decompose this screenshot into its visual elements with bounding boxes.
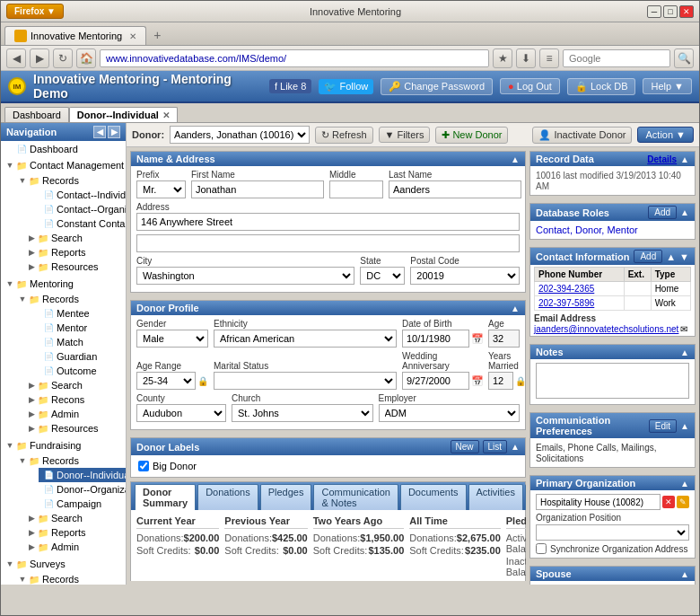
home-button[interactable]: 🏠 [76, 48, 96, 68]
sidebar-item-dashboard[interactable]: 📄 Dashboard [1, 142, 126, 156]
edit-comm-prefs-button[interactable]: Edit [649, 419, 677, 433]
tab-donor-individual[interactable]: Donor--Individual ✕ [69, 107, 178, 122]
sidebar-item-guardian[interactable]: 📄 Guardian [39, 349, 126, 364]
forward-button[interactable]: ▶ [30, 48, 49, 68]
sidebar-item-mentoring-reports[interactable]: ▶ 📁 Recons [13, 392, 126, 407]
age-range-select[interactable]: 25-34 [136, 372, 196, 390]
tab-relationships[interactable]: Relationships [525, 484, 526, 510]
reload-button[interactable]: ↻ [53, 48, 73, 68]
sidebar-item-mentoring-resources[interactable]: ▶ 📁 Resources [13, 421, 126, 436]
tab-documents[interactable]: Documents [400, 484, 467, 510]
dob-input[interactable] [402, 330, 469, 348]
sidebar-item-mentoring[interactable]: ▼ 📁 Mentoring [1, 277, 126, 291]
sidebar-item-surveys[interactable]: ▼ 📁 Surveys [1, 557, 126, 571]
tab-donations[interactable]: Donations [197, 484, 258, 510]
org-name-input[interactable] [536, 494, 661, 510]
lock-db-button[interactable]: 🔒 Lock DB [567, 78, 636, 95]
sidebar-item-match[interactable]: 📄 Match [39, 335, 126, 349]
twitter-follow-button[interactable]: 🐦 Follow [319, 79, 373, 94]
facebook-like-button[interactable]: f Like 8 [269, 79, 311, 93]
sidebar-item-constant-contact[interactable]: 📄 Constant Contact [39, 216, 126, 231]
add-role-button[interactable]: Add [648, 206, 677, 219]
sidebar-item-surveys-records[interactable]: ▼ 📁 Records [13, 572, 126, 585]
sidebar-item-contact-individual[interactable]: 📄 Contact--Individual [39, 188, 126, 202]
details-link[interactable]: Details [647, 154, 677, 164]
bookmark-button[interactable]: ★ [493, 48, 512, 68]
sidebar-item-cm-reports[interactable]: ▶ 📁 Reports [13, 245, 126, 260]
sidebar-item-cm-records[interactable]: ▼ 📁 Records [13, 173, 126, 188]
collapse-icon[interactable]: ▲ [511, 304, 520, 313]
collapse-icon[interactable]: ▲ [511, 442, 520, 452]
phone-number-2[interactable]: 202-397-5896 [538, 298, 594, 308]
sidebar-collapse-left[interactable]: ◀ [93, 126, 106, 138]
sidebar-item-contact-management[interactable]: ▼ 📁 Contact Management [1, 158, 126, 172]
sidebar-item-donor-individual[interactable]: 📄 Donor--Individual [39, 468, 126, 482]
sidebar-item-fundraising-search[interactable]: ▶ 📁 Search [13, 511, 126, 525]
sidebar-item-mentoring-search[interactable]: ▶ 📁 Search [13, 378, 126, 392]
sidebar-item-fundraising-reports[interactable]: ▶ 📁 Reports [13, 525, 126, 540]
collapse-icon[interactable]: ▲ [680, 348, 689, 357]
search-button[interactable]: 🔍 [674, 48, 694, 68]
collapse-icon[interactable]: ▲ [680, 154, 689, 164]
up-icon[interactable]: ▲ [666, 251, 676, 262]
refresh-button[interactable]: ↻ Refresh [315, 127, 373, 144]
middle-input[interactable] [329, 180, 383, 198]
download-button[interactable]: ⬇ [516, 48, 536, 68]
log-out-button[interactable]: ● Log Out [500, 78, 560, 94]
prefix-select[interactable]: Mr. [136, 180, 186, 198]
sidebar-item-mentoring-admin[interactable]: ▶ 📁 Admin [13, 407, 126, 421]
gender-select[interactable]: Male [136, 330, 208, 348]
postal-select[interactable]: 20019 [410, 267, 520, 285]
sidebar-item-fundraising[interactable]: ▼ 📁 Fundraising [1, 438, 126, 453]
maximize-button[interactable]: □ [663, 5, 678, 18]
tab-dashboard[interactable]: Dashboard [4, 107, 69, 122]
big-donor-checkbox[interactable] [138, 461, 149, 471]
close-button[interactable]: ✕ [679, 5, 694, 18]
labels-list-button[interactable]: List [483, 440, 508, 453]
email-value[interactable]: jaanders@innovatetechsolutions.net [534, 324, 678, 334]
inactivate-donor-button[interactable]: 👤 Inactivate Donor [532, 127, 632, 144]
browser-tab[interactable]: Innovative Mentoring ✕ [4, 26, 146, 45]
minimize-button[interactable]: ─ [647, 5, 661, 18]
calendar-icon[interactable]: 📅 [471, 333, 484, 345]
sync-org-address-checkbox[interactable] [536, 543, 547, 554]
url-bar[interactable] [100, 49, 489, 67]
help-button[interactable]: Help ▼ [643, 78, 692, 94]
sidebar-item-contact-org[interactable]: 📄 Contact--Organization [39, 202, 126, 216]
sidebar-collapse-right[interactable]: ▶ [108, 126, 120, 138]
sidebar-item-outcome[interactable]: 📄 Outcome [39, 364, 126, 378]
sidebar-item-donor-org[interactable]: 📄 Donor--Organization [39, 482, 126, 497]
phone-number-1[interactable]: 202-394-2365 [538, 284, 594, 294]
collapse-icon[interactable]: ▲ [680, 479, 689, 488]
firefox-button[interactable]: Firefox ▼ [6, 4, 64, 19]
sidebar-item-mentoring-records[interactable]: ▼ 📁 Records [13, 292, 126, 306]
tab-donor-summary[interactable]: Donor Summary [135, 484, 196, 510]
sidebar-item-fundraising-admin[interactable]: ▶ 📁 Admin [13, 540, 126, 554]
collapse-icon[interactable]: ▲ [680, 569, 689, 579]
menu-button[interactable]: ≡ [539, 48, 559, 68]
tab-activities[interactable]: Activities [468, 484, 523, 510]
notes-textarea[interactable] [536, 363, 689, 399]
tab-comm-notes[interactable]: Communication & Notes [313, 484, 398, 510]
sidebar-item-mentee[interactable]: 📄 Mentee [39, 306, 126, 321]
collapse-icon[interactable]: ▲ [680, 421, 689, 431]
city-select[interactable]: Washington [136, 267, 354, 285]
action-button[interactable]: Action ▼ [637, 127, 694, 143]
collapse-icon[interactable]: ▲ [511, 154, 520, 164]
change-password-button[interactable]: 🔑 Change Password [381, 78, 493, 95]
first-name-input[interactable] [191, 180, 324, 198]
tab-pledges[interactable]: Pledges [260, 484, 312, 510]
down-icon[interactable]: ▼ [679, 251, 689, 262]
org-position-select[interactable] [536, 524, 689, 541]
back-button[interactable]: ◀ [6, 48, 26, 68]
ethnicity-select[interactable]: African American [214, 330, 397, 348]
sidebar-item-cm-resources[interactable]: ▶ 📁 Resources [13, 260, 126, 274]
donor-select[interactable]: Aanders, Jonathan (10016) [170, 126, 310, 144]
state-select[interactable]: DC [360, 267, 405, 285]
sidebar-item-mentor[interactable]: 📄 Mentor [39, 321, 126, 335]
email-icon[interactable]: ✉ [680, 324, 687, 334]
last-name-input[interactable] [389, 180, 521, 198]
calendar-icon[interactable]: 📅 [471, 375, 484, 387]
county-select[interactable]: Audubon [136, 404, 226, 422]
new-donor-button[interactable]: ✚ New Donor [435, 127, 508, 144]
